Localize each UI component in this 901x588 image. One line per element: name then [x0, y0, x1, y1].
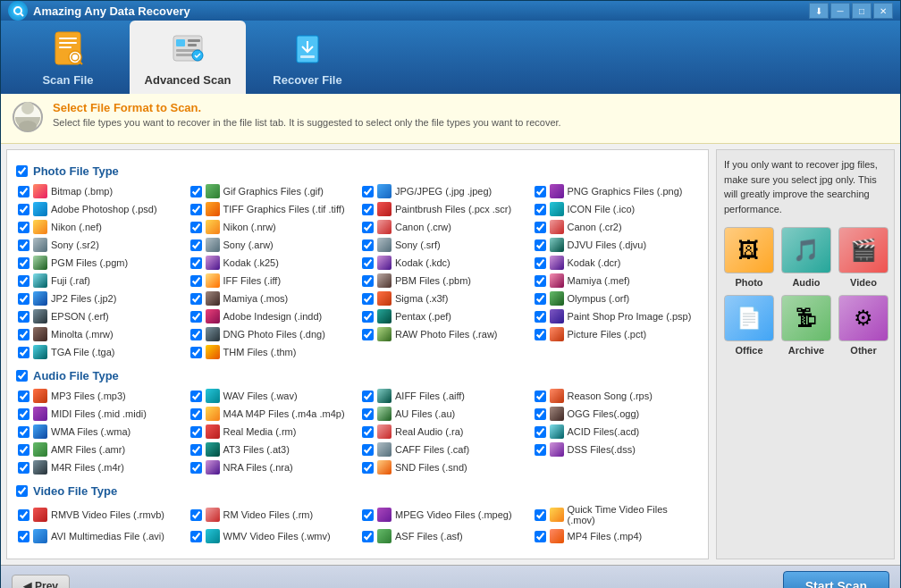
file-checkbox[interactable]: [362, 391, 374, 402]
tab-scan-file[interactable]: Scan File: [10, 21, 126, 94]
list-item: Adobe Photoshop (.psd): [16, 201, 183, 217]
file-checkbox[interactable]: [535, 204, 546, 215]
file-icon: [33, 424, 47, 439]
file-checkbox[interactable]: [190, 426, 202, 438]
download-btn[interactable]: ⬇: [809, 3, 829, 19]
file-icon: [550, 309, 564, 323]
file-checkbox[interactable]: [362, 408, 374, 420]
file-checkbox[interactable]: [18, 444, 29, 456]
file-checkbox[interactable]: [18, 408, 29, 420]
file-checkbox[interactable]: [18, 222, 29, 233]
tab-advanced-scan[interactable]: Advanced Scan: [130, 21, 246, 94]
file-checkbox[interactable]: [535, 391, 546, 402]
file-checkbox[interactable]: [362, 293, 374, 305]
file-checkbox[interactable]: [18, 509, 29, 521]
file-checkbox[interactable]: [190, 509, 202, 521]
category-photo[interactable]: 🖼 Photo: [724, 227, 774, 288]
file-checkbox[interactable]: [190, 239, 202, 251]
file-checkbox[interactable]: [18, 311, 29, 323]
file-checkbox[interactable]: [535, 531, 546, 542]
file-checkbox[interactable]: [362, 257, 374, 269]
category-office[interactable]: 📄 Office: [724, 295, 774, 356]
file-checkbox[interactable]: [362, 275, 374, 287]
file-checkbox[interactable]: [190, 444, 202, 456]
file-checkbox[interactable]: [362, 509, 374, 521]
file-checkbox[interactable]: [18, 426, 29, 438]
file-icon: [206, 238, 220, 252]
category-video[interactable]: 🎬 Video: [838, 227, 888, 288]
file-checkbox[interactable]: [535, 329, 546, 340]
file-label: DNG Photo Files (.dng): [223, 329, 325, 340]
file-checkbox[interactable]: [190, 275, 202, 287]
file-checkbox[interactable]: [190, 293, 202, 305]
file-checkbox[interactable]: [535, 408, 546, 420]
file-checkbox[interactable]: [18, 257, 29, 269]
photo-section-checkbox[interactable]: [16, 165, 28, 177]
file-checkbox[interactable]: [362, 239, 374, 251]
file-checkbox[interactable]: [190, 311, 202, 323]
file-checkbox[interactable]: [362, 426, 374, 438]
category-archive[interactable]: 🗜 Archive: [781, 295, 831, 356]
file-checkbox[interactable]: [18, 293, 29, 305]
advanced-scan-icon: [168, 29, 207, 68]
file-checkbox[interactable]: [535, 275, 546, 287]
file-checkbox[interactable]: [190, 462, 202, 474]
file-checkbox[interactable]: [362, 444, 374, 456]
file-checkbox[interactable]: [362, 531, 374, 542]
file-checkbox[interactable]: [190, 222, 202, 233]
file-label: Adobe Photoshop (.psd): [51, 204, 157, 214]
file-checkbox[interactable]: [362, 186, 374, 197]
list-item: Real Media (.rm): [189, 424, 356, 440]
file-checkbox[interactable]: [18, 275, 29, 287]
file-checkbox[interactable]: [535, 257, 546, 269]
file-checkbox[interactable]: [18, 347, 29, 358]
file-checkbox[interactable]: [535, 293, 546, 305]
file-checkbox[interactable]: [535, 426, 546, 438]
file-checkbox[interactable]: [362, 311, 374, 323]
file-checkbox[interactable]: [18, 239, 29, 251]
file-checkbox[interactable]: [190, 347, 202, 358]
file-list-area[interactable]: Photo File Type Bitmap (.bmp) Gif Graphi…: [6, 149, 709, 559]
file-label: Kodak (.dcr): [568, 257, 621, 268]
file-checkbox[interactable]: [362, 329, 374, 340]
close-btn[interactable]: ✕: [873, 3, 893, 19]
file-icon: [33, 407, 47, 421]
file-checkbox[interactable]: [18, 186, 29, 197]
file-checkbox[interactable]: [535, 311, 546, 323]
file-checkbox[interactable]: [535, 222, 546, 233]
start-scan-button[interactable]: Start Scan: [783, 571, 889, 589]
file-checkbox[interactable]: [535, 239, 546, 251]
file-checkbox[interactable]: [362, 204, 374, 215]
prev-button[interactable]: ◀ Prev: [12, 575, 70, 589]
file-checkbox[interactable]: [190, 257, 202, 269]
file-checkbox[interactable]: [362, 462, 374, 474]
category-other[interactable]: ⚙ Other: [838, 295, 888, 356]
file-checkbox[interactable]: [18, 329, 29, 340]
file-checkbox[interactable]: [535, 186, 546, 197]
file-checkbox[interactable]: [362, 222, 374, 233]
title-controls: ⬇ ─ □ ✕: [809, 3, 893, 19]
list-item: Reason Song (.rps): [533, 388, 700, 404]
file-checkbox[interactable]: [18, 391, 29, 402]
file-checkbox[interactable]: [190, 329, 202, 340]
category-audio[interactable]: 🎵 Audio: [781, 227, 831, 288]
maximize-btn[interactable]: □: [852, 3, 872, 19]
file-checkbox[interactable]: [190, 531, 202, 542]
file-checkbox[interactable]: [535, 444, 546, 456]
file-checkbox[interactable]: [18, 462, 29, 474]
file-label: Pentax (.pef): [395, 311, 451, 322]
list-item: DJVU Files (.djvu): [533, 237, 700, 253]
file-checkbox[interactable]: [190, 186, 202, 197]
file-label: Real Audio (.ra): [395, 426, 463, 437]
file-checkbox[interactable]: [535, 509, 546, 521]
file-checkbox[interactable]: [18, 531, 29, 542]
file-checkbox[interactable]: [190, 204, 202, 215]
minimize-btn[interactable]: ─: [830, 3, 850, 19]
file-checkbox[interactable]: [190, 391, 202, 402]
audio-section-checkbox[interactable]: [16, 370, 28, 382]
video-section-checkbox[interactable]: [16, 485, 28, 497]
file-label: IFF Files (.iff): [223, 275, 282, 286]
file-checkbox[interactable]: [190, 408, 202, 420]
file-checkbox[interactable]: [18, 204, 29, 215]
tab-recover-file[interactable]: Recover File: [249, 21, 366, 94]
